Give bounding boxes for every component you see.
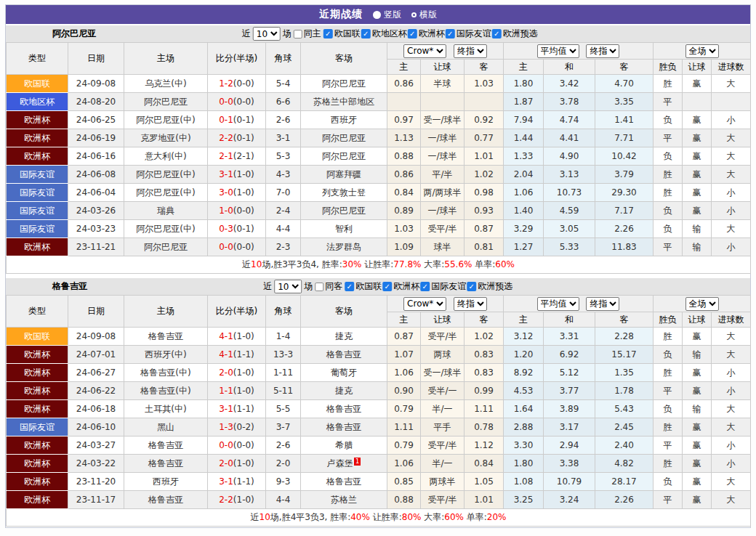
match-score: 0-0(0-0)	[208, 93, 266, 111]
odds-company-select[interactable]: Crow*	[403, 297, 446, 311]
odds-away-value: 0.98	[465, 184, 504, 202]
match-row: 欧洲杯24-06-16意大利(中)2-1(2-1)5-3阿尔巴尼亚0.88一/球…	[7, 147, 751, 166]
avg-away-value: 4.82	[595, 455, 654, 473]
recent-count-select[interactable]: 10	[253, 27, 281, 41]
fulltime-score: 3-1	[219, 169, 233, 179]
league-filter-checkbox[interactable]: ✓欧洲杯	[382, 280, 419, 293]
avg-away-value: 4.70	[595, 75, 654, 93]
odds-final-select[interactable]: 终指	[454, 297, 487, 311]
odds-home-value: 1.13	[387, 129, 421, 147]
odds-away-value: 0.93	[465, 202, 504, 220]
checkbox-checked-icon: ✓	[467, 282, 476, 291]
fulltime-select[interactable]: 全场	[685, 44, 719, 58]
odds-home-value: 0.84	[387, 184, 421, 202]
home-team: 黑山	[124, 418, 208, 436]
avg-away-value: 2.28	[595, 328, 654, 346]
league-filters: ✓欧国联✓欧洲杯✓国际友谊✓欧洲预选	[345, 280, 512, 293]
col-type: 类型	[7, 296, 68, 328]
match-date: 24-03-22	[68, 455, 124, 473]
home-team: 乌克兰(中)	[124, 75, 208, 93]
filters-group: 近 10 场 同主 ✓欧国联✓欧地区杯✓欧洲杯✓国际友谊✓欧洲预选	[242, 27, 538, 41]
odds-handicap-line: 平手	[421, 418, 465, 436]
odds-handicap-line: 球半	[421, 238, 465, 256]
same-venue-filter[interactable]: 同客	[315, 280, 342, 293]
fulltime-score: 4-1	[219, 349, 233, 360]
col-odds-home: 主	[387, 60, 421, 75]
avg-home-value: 8.92	[504, 364, 544, 382]
league-filter-checkbox[interactable]: ✓欧洲预选	[467, 280, 512, 293]
avg-draw-value: 3.05	[544, 220, 595, 238]
avg-select[interactable]: 平均值	[537, 44, 579, 58]
col-away: 客场	[301, 296, 387, 328]
odds-away-value: 1.02	[465, 328, 504, 346]
away-team: 苏格兰中部地区	[301, 93, 387, 111]
avg-away-value: 3.79	[595, 166, 654, 184]
halftime-score: (1-0)	[233, 368, 254, 378]
radio-vertical-label: 竖版	[384, 9, 401, 21]
match-score: 3-1(1-1)	[208, 473, 266, 491]
avg-away-value: 7.17	[595, 202, 654, 220]
league-filter-checkbox[interactable]: ✓欧国联	[323, 28, 361, 40]
league-filter-checkbox[interactable]: ✓欧洲杯	[408, 28, 445, 40]
avg-away-value: 15.17	[595, 346, 654, 364]
result-handicap: 赢	[683, 473, 712, 491]
same-venue-filter[interactable]: 同主	[294, 28, 321, 40]
result-wdl: 负	[654, 400, 683, 418]
summary-text: 大率:	[421, 259, 444, 269]
summary-row-wrap: 近10场,胜3平3负4, 胜率:30% 让胜率:77.8% 大率:55.6% 单…	[7, 256, 751, 274]
corner-score: 3-7	[266, 418, 301, 436]
away-team: 格鲁吉亚	[301, 418, 387, 436]
avg-home-value: 1.44	[504, 129, 544, 147]
odds-group-header: Crow* 终指	[387, 43, 504, 60]
league-type-badge: 欧洲杯	[7, 129, 68, 147]
league-filter-checkbox[interactable]: ✓国际友谊	[420, 280, 466, 293]
fulltime-score: 2-0	[219, 458, 233, 468]
summary-value: 40%	[350, 512, 370, 522]
summary-value: 60%	[495, 259, 515, 269]
match-score: 1-2(0-0)	[208, 75, 266, 93]
result-wdl: 胜	[654, 418, 683, 436]
recent-count-select[interactable]: 10	[274, 280, 302, 293]
odds-home-value: 1.07	[387, 346, 421, 364]
avg-home-value: 1.64	[504, 400, 544, 418]
league-type-badge: 欧地区杯	[7, 93, 68, 111]
match-row: 欧洲杯24-03-27格鲁吉亚0-0(0-0)2-6希腊0.79受平/半1.12…	[7, 436, 751, 455]
avg-select[interactable]: 平均值	[537, 297, 579, 311]
result-handicap: 赢	[683, 166, 712, 184]
league-filter-checkbox[interactable]: ✓欧洲预选	[492, 28, 538, 40]
layout-radio-horizontal[interactable]: 横版	[411, 9, 437, 21]
halftime-score: (0-0)	[233, 206, 254, 216]
matches-table: 类型 日期 主场 比分(半场) 角球 客场 Crow* 终指 平均值 终指	[6, 42, 751, 274]
match-score: 1-0(0-0)	[208, 202, 266, 220]
team-section: 格鲁吉亚 近 10 场 同客 ✓欧国联✓欧洲杯✓国际友谊✓欧洲预选	[6, 278, 750, 527]
avg-home-value: 1.33	[504, 147, 544, 166]
odds-away-value: 1.01	[465, 147, 504, 166]
checkbox-checked-icon: ✓	[408, 29, 417, 38]
league-filter-checkbox[interactable]: ✓欧地区杯	[361, 28, 407, 40]
odds-home-value: 0.79	[387, 436, 421, 455]
fulltime-select[interactable]: 全场	[685, 297, 719, 311]
odds-away-value: 1.05	[465, 473, 504, 491]
avg-final-select[interactable]: 终指	[586, 44, 619, 58]
match-date: 24-06-22	[68, 382, 124, 400]
home-team: 土耳其(中)	[124, 400, 208, 418]
league-filter-checkbox[interactable]: ✓欧国联	[345, 280, 382, 293]
match-row: 欧洲杯23-11-20西班牙3-1(1-1)9-3格鲁吉亚0.85两球半1.05…	[7, 473, 751, 491]
odds-away-value: 0.84	[465, 455, 504, 473]
league-filter-checkbox[interactable]: ✓国际友谊	[446, 28, 491, 40]
halftime-score: (1-1)	[233, 404, 254, 414]
avg-draw-value: 4.74	[544, 111, 595, 129]
checkbox-checked-icon: ✓	[492, 29, 502, 38]
odds-final-select[interactable]: 终指	[454, 44, 487, 58]
home-team: 格鲁吉亚	[124, 455, 208, 473]
league-type-badge: 欧洲杯	[7, 473, 68, 491]
away-team: 苏格兰	[301, 491, 387, 509]
halftime-score: (1-0)	[233, 169, 254, 179]
avg-final-select[interactable]: 终指	[586, 297, 619, 311]
odds-home-value: 0.85	[387, 473, 421, 491]
match-date: 24-09-08	[68, 328, 124, 346]
odds-company-select[interactable]: Crow*	[403, 44, 446, 58]
layout-radio-vertical[interactable]: 竖版	[373, 9, 401, 21]
odds-home-value: 0.86	[387, 75, 421, 93]
result-wdl: 负	[654, 202, 683, 220]
